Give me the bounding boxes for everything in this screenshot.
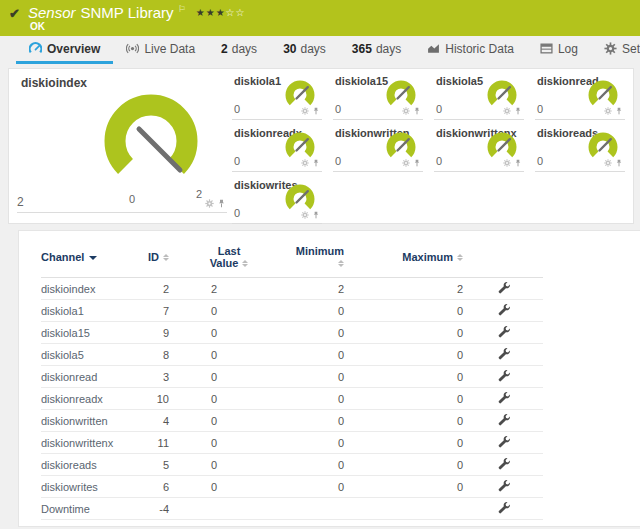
channel-gear-icon[interactable] (301, 107, 309, 115)
tab-bar: Overview Live Data 2days 30days 365days … (0, 36, 640, 64)
channel-id-cell: 2 (133, 278, 169, 300)
channel-gear-icon[interactable] (503, 107, 511, 115)
table-row[interactable]: diskioreads 5 0 0 0 (41, 454, 543, 476)
channel-gauge-cell[interactable]: diskiola1 0 (229, 69, 330, 121)
channel-settings-button[interactable] (497, 435, 510, 448)
channel-gauge-needle (600, 139, 611, 150)
channel-settings-button[interactable] (497, 369, 510, 382)
pin-icon[interactable] (312, 159, 320, 167)
table-header-row: Channel ID LastValue Minimum Maximum (41, 243, 543, 278)
pin-icon[interactable] (413, 107, 421, 115)
channel-settings-button[interactable] (497, 303, 510, 316)
column-header-id[interactable]: ID (133, 243, 169, 278)
channel-last-value-cell: 0 (169, 410, 289, 432)
stars-empty[interactable]: ☆☆ (226, 7, 246, 18)
column-header-last-value[interactable]: LastValue (169, 243, 289, 278)
table-row[interactable]: diskionreadx 10 0 0 0 (41, 388, 543, 410)
channel-settings-button[interactable] (497, 413, 510, 426)
channel-gauge-cell[interactable]: diskionread 0 (532, 69, 633, 121)
channel-id-cell: 9 (133, 322, 169, 344)
channel-gear-icon[interactable] (301, 159, 309, 167)
table-row[interactable]: diskiola15 9 0 0 0 (41, 322, 543, 344)
channel-settings-button[interactable] (497, 479, 510, 492)
gauge-cell-underline (17, 212, 227, 213)
channel-gear-icon[interactable] (604, 107, 612, 115)
channel-minimum-cell: 0 (289, 454, 344, 476)
channel-name-cell: diskionwritten (41, 410, 133, 432)
channel-gear-icon[interactable] (402, 159, 410, 167)
column-header-maximum[interactable]: Maximum (344, 243, 463, 278)
channel-settings-button[interactable] (497, 325, 510, 338)
pin-icon[interactable] (413, 159, 421, 167)
table-row[interactable]: diskiola5 8 0 0 0 (41, 344, 543, 366)
tab-overview[interactable]: Overview (16, 36, 113, 64)
channel-gauge-cell[interactable]: diskionwrittenx 0 (431, 121, 532, 173)
gauge-cell-underline (232, 119, 322, 120)
channel-gear-icon[interactable] (503, 159, 511, 167)
column-header-channel[interactable]: Channel (41, 243, 133, 278)
main-gauge-scale-min: 0 (129, 193, 135, 205)
channel-last-value-cell: 0 (169, 388, 289, 410)
channel-gauge-cell[interactable]: diskionreadx 0 (229, 121, 330, 173)
tab-365-days[interactable]: 365days (339, 36, 414, 64)
channel-settings-button[interactable] (497, 501, 510, 514)
table-row[interactable]: diskiola1 7 0 0 0 (41, 300, 543, 322)
wrench-icon (497, 413, 510, 426)
pin-icon[interactable] (312, 107, 320, 115)
channel-gear-icon[interactable] (604, 159, 612, 167)
table-row[interactable]: diskioindex 2 2 2 2 (41, 278, 543, 300)
table-row[interactable]: diskionwritten 4 0 0 0 (41, 410, 543, 432)
channel-maximum-cell: 0 (344, 344, 463, 366)
channel-gauge-cell[interactable]: diskiola15 0 (330, 69, 431, 121)
channel-last-value-cell (169, 498, 289, 520)
channel-gauge-cell[interactable]: diskioreads 0 (532, 121, 633, 173)
sensor-name: SNMP Library (81, 4, 174, 21)
channel-gear-icon[interactable] (205, 199, 214, 208)
tab-2-days[interactable]: 2days (208, 36, 270, 64)
wrench-icon (497, 369, 510, 382)
channel-settings-button[interactable] (497, 457, 510, 470)
channel-settings-button[interactable] (497, 281, 510, 294)
table-row[interactable]: diskiowrites 6 0 0 0 (41, 476, 543, 498)
pin-icon[interactable] (615, 107, 623, 115)
table-row[interactable]: Downtime -4 (41, 498, 543, 520)
channel-gauge-cell[interactable]: diskiowrites 0 (229, 173, 330, 225)
pin-icon[interactable] (514, 107, 522, 115)
channel-gauge-cell[interactable]: diskionwritten 0 (330, 121, 431, 173)
channel-gauge-cell[interactable]: diskiola5 0 (431, 69, 532, 121)
tab-30-days[interactable]: 30days (270, 36, 339, 64)
channel-gauge-needle (499, 139, 510, 150)
tab-live-data[interactable]: Live Data (113, 36, 208, 64)
table-row[interactable]: diskionwrittenx 11 0 0 0 (41, 432, 543, 454)
wrench-icon (497, 457, 510, 470)
column-header-tools (463, 243, 543, 278)
stars-filled[interactable]: ★★★ (196, 7, 226, 18)
pin-icon[interactable] (312, 211, 320, 219)
channel-name-cell: diskionread (41, 366, 133, 388)
channel-maximum-cell (344, 498, 463, 520)
pin-icon[interactable] (615, 159, 623, 167)
channel-last-value-cell: 0 (169, 432, 289, 454)
channel-gear-icon[interactable] (301, 211, 309, 219)
tab-log-label: Log (558, 42, 578, 56)
flag-icon[interactable]: ⚐ (178, 4, 186, 14)
column-header-minimum[interactable]: Minimum (289, 243, 344, 278)
main-gauge-cell[interactable]: diskioindex 0 2 2 (9, 69, 229, 223)
channel-id-cell: 4 (133, 410, 169, 432)
channel-settings-button[interactable] (497, 347, 510, 360)
gauge-cell-underline (535, 119, 625, 120)
channel-gauge-needle (398, 87, 409, 98)
gauge-cell-underline (232, 223, 322, 224)
channel-gauge-value: 0 (335, 103, 341, 115)
channel-gauge-needle (297, 191, 308, 202)
channel-settings-button[interactable] (497, 391, 510, 404)
pin-icon[interactable] (514, 159, 522, 167)
table-row[interactable]: diskionread 3 0 0 0 (41, 366, 543, 388)
tab-log[interactable]: Log (527, 36, 591, 64)
pin-icon[interactable] (217, 199, 226, 208)
channel-gauge-value: 0 (335, 155, 341, 167)
star-rating[interactable]: ★★★☆☆ (196, 7, 246, 18)
channel-gear-icon[interactable] (402, 107, 410, 115)
tab-settings[interactable]: Settings (591, 36, 640, 64)
tab-historic-data[interactable]: Historic Data (414, 36, 527, 64)
